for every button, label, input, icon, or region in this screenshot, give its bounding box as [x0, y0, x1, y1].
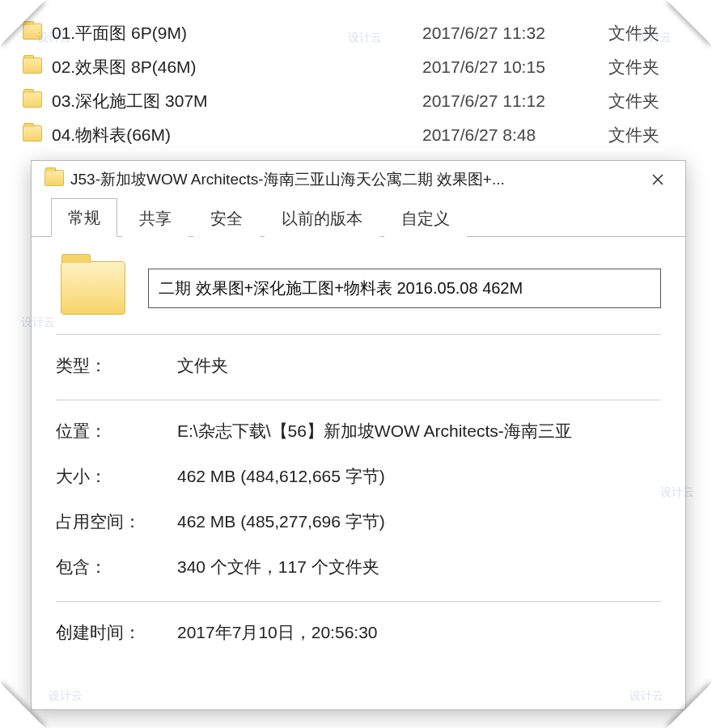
file-row[interactable]: 02.效果图 8P(46M) 2017/6/27 10:15 文件夹 — [23, 50, 689, 84]
prop-location: 位置： E:\杂志下载\【56】新加坡WOW Architects-海南三亚 — [56, 420, 661, 442]
file-type: 文件夹 — [608, 90, 689, 112]
page-curl-icon — [0, 0, 45, 45]
divider — [56, 601, 661, 602]
file-type: 文件夹 — [608, 56, 689, 78]
label-type: 类型： — [56, 354, 177, 377]
page-curl-icon — [667, 0, 712, 45]
tab-security[interactable]: 安全 — [193, 199, 260, 237]
prop-created: 创建时间： 2017年7月10日，20:56:30 — [56, 621, 661, 644]
dialog-title: J53-新加坡WOW Architects-海南三亚山海天公寓二期 效果图+..… — [64, 169, 640, 190]
folder-name-input[interactable]: 二期 效果图+深化施工图+物料表 2016.05.08 462M — [148, 269, 661, 308]
tab-share[interactable]: 共享 — [122, 199, 189, 237]
value-type: 文件夹 — [177, 354, 661, 377]
close-icon — [652, 174, 663, 185]
folder-large-icon — [61, 261, 125, 315]
divider — [56, 400, 661, 400]
folder-icon — [23, 57, 47, 78]
folder-icon — [23, 125, 47, 146]
folder-icon — [44, 170, 64, 190]
file-name: 01.平面图 6P(9M) — [47, 22, 422, 44]
tab-previous[interactable]: 以前的版本 — [265, 199, 379, 237]
file-date: 2017/6/27 11:32 — [422, 23, 608, 43]
value-location: E:\杂志下载\【56】新加坡WOW Architects-海南三亚 — [177, 420, 661, 442]
tab-strip: 常规 共享 安全 以前的版本 自定义 — [32, 198, 685, 237]
tab-general[interactable]: 常规 — [51, 198, 117, 237]
page-curl-icon — [667, 683, 712, 728]
file-date: 2017/6/27 11:12 — [422, 91, 608, 111]
file-row[interactable]: 04.物料表(66M) 2017/6/27 8:48 文件夹 — [23, 118, 689, 152]
file-list: 01.平面图 6P(9M) 2017/6/27 11:32 文件夹 02.效果图… — [23, 16, 689, 152]
properties-dialog: J53-新加坡WOW Architects-海南三亚山海天公寓二期 效果图+..… — [31, 160, 686, 710]
prop-size: 大小： 462 MB (484,612,665 字节) — [56, 465, 661, 488]
page-curl-icon — [0, 683, 45, 728]
file-name: 02.效果图 8P(46M) — [47, 56, 422, 78]
prop-type: 类型： 文件夹 — [56, 354, 661, 377]
file-name: 03.深化施工图 307M — [47, 90, 422, 112]
file-row[interactable]: 01.平面图 6P(9M) 2017/6/27 11:32 文件夹 — [23, 16, 689, 50]
prop-size-on-disk: 占用空间： 462 MB (485,277,696 字节) — [56, 510, 661, 533]
value-created: 2017年7月10日，20:56:30 — [177, 621, 661, 644]
value-size: 462 MB (484,612,665 字节) — [177, 465, 661, 488]
dialog-titlebar[interactable]: J53-新加坡WOW Architects-海南三亚山海天公寓二期 效果图+..… — [32, 161, 685, 198]
file-date: 2017/6/27 8:48 — [422, 125, 608, 145]
value-size-on-disk: 462 MB (485,277,696 字节) — [177, 510, 661, 533]
close-button[interactable] — [640, 167, 676, 193]
label-size-on-disk: 占用空间： — [56, 510, 177, 533]
value-contains: 340 个文件，117 个文件夹 — [177, 556, 661, 578]
file-date: 2017/6/27 10:15 — [422, 57, 608, 77]
label-created: 创建时间： — [56, 621, 177, 644]
file-name: 04.物料表(66M) — [47, 124, 422, 146]
tab-custom[interactable]: 自定义 — [384, 199, 467, 237]
divider — [56, 334, 661, 335]
label-size: 大小： — [56, 465, 177, 488]
label-location: 位置： — [56, 420, 177, 442]
file-type: 文件夹 — [608, 124, 689, 146]
prop-contains: 包含： 340 个文件，117 个文件夹 — [56, 556, 661, 578]
label-contains: 包含： — [56, 556, 177, 578]
folder-icon — [23, 91, 47, 112]
file-row[interactable]: 03.深化施工图 307M 2017/6/27 11:12 文件夹 — [23, 84, 689, 118]
